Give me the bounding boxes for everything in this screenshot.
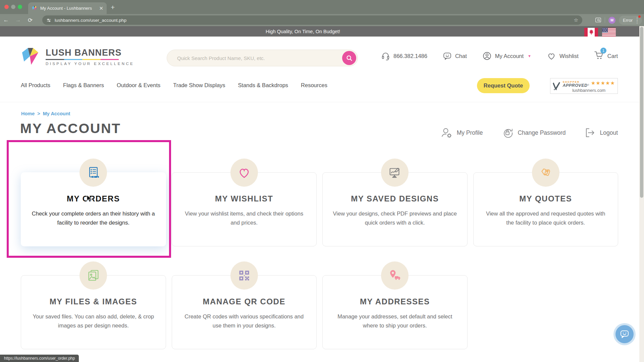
card-description: Manage your addresses, set default and s… (332, 312, 458, 330)
phone-number: 866.382.1486 (393, 53, 427, 59)
search-button[interactable] (342, 51, 356, 65)
nav-flags-banners[interactable]: Flags & Banners (63, 82, 104, 88)
window-zoom-button[interactable] (18, 5, 22, 9)
nav-trade-show-displays[interactable]: Trade Show Displays (173, 82, 225, 88)
my-profile-link[interactable]: My Profile (441, 127, 483, 138)
card-title: MY WISHLIST (181, 194, 307, 203)
card-title: MY ADDRESSES (332, 297, 458, 306)
card-description: View your designs, check PDF previews an… (332, 209, 458, 227)
sa-registered-mark: ® (588, 84, 589, 86)
chat-link[interactable]: Chat (443, 52, 467, 61)
page-title: MY ACCOUNT (20, 121, 121, 136)
main-nav: All Products Flags & Banners Outdoor & E… (0, 75, 644, 102)
live-chat-button[interactable] (613, 323, 636, 345)
site-logo[interactable]: LUSH BANNERS DISPLAY YOUR EXCELLENCE (21, 47, 134, 67)
cart-link[interactable]: 1 Cart (594, 51, 618, 61)
site-settings-icon[interactable] (46, 18, 51, 23)
chat-label: Chat (455, 53, 467, 59)
logo-tagline: DISPLAY YOUR EXCELLENCE (46, 62, 134, 66)
status-bar-url: https://lushbanners.com/user_order.php (0, 355, 79, 362)
card-my-addresses[interactable]: MY ADDRESSES Manage your addresses, set … (322, 275, 468, 349)
change-password-label: Change Password (518, 129, 566, 136)
promo-banner-text: High Quality, On Time, On Budget! (0, 26, 606, 37)
address-bar[interactable]: lushbanners.com/user_account.php ☆ (42, 15, 582, 25)
card-manage-qr-code[interactable]: MANAGE QR CODE Create QR codes with vari… (172, 275, 317, 349)
tab-title: My Account - Lushbanners (40, 6, 96, 11)
sa-approved-text: APPROVED (562, 83, 587, 88)
card-my-orders[interactable]: MY ORDERS Check your complete orders an … (21, 172, 166, 246)
promo-banner: High Quality, On Time, On Budget! (0, 26, 644, 37)
logout-label: Logout (600, 129, 618, 136)
forward-button[interactable]: → (12, 17, 24, 23)
qr-code-icon (230, 261, 258, 290)
usa-flag-icon[interactable] (602, 28, 616, 37)
window-close-button[interactable] (4, 5, 9, 9)
my-account-menu[interactable]: My Account ▼ (482, 51, 531, 61)
nav-all-products[interactable]: All Products (21, 82, 50, 88)
bookmark-star-icon[interactable]: ☆ (574, 17, 578, 23)
nav-resources[interactable]: Resources (301, 82, 327, 88)
images-icon (79, 261, 107, 290)
wishlist-link[interactable]: Wishlist (547, 51, 579, 61)
nav-stands-backdrops[interactable]: Stands & Backdrops (238, 82, 288, 88)
sync-error-label: Error (623, 18, 633, 23)
chevron-down-icon: ▼ (528, 54, 531, 58)
recording-indicator (638, 15, 641, 18)
request-quote-button[interactable]: Request Quote (477, 78, 530, 93)
headset-icon (381, 52, 390, 61)
card-title: MANAGE QR CODE (181, 297, 307, 306)
url-text[interactable]: lushbanners.com/user_account.php (55, 18, 571, 23)
window-minimize-button[interactable] (11, 5, 15, 9)
card-description: Your saved files. You can also add, dele… (31, 312, 156, 330)
browser-tab[interactable]: My Account - Lushbanners ✕ (28, 2, 107, 14)
logout-link[interactable]: Logout (584, 127, 618, 138)
breadcrumb: Home > My Account (21, 111, 70, 116)
card-title: MY QUOTES (483, 194, 609, 203)
sa-star-rating: ★★★★★ (591, 80, 615, 86)
breadcrumb-separator-icon: > (37, 111, 40, 116)
phone-link[interactable]: 866.382.1486 (381, 52, 427, 61)
account-icon (482, 51, 492, 61)
logo-color-bar (46, 59, 119, 60)
cart-label: Cart (607, 53, 618, 59)
card-description: Create QR codes with various specificati… (181, 312, 307, 330)
nav-outdoor-events[interactable]: Outdoor & Events (117, 82, 160, 88)
card-my-wishlist[interactable]: MY WISHLIST View your wishlist items, an… (172, 172, 317, 246)
monitor-pen-icon (381, 159, 409, 187)
profile-avatar[interactable]: M (608, 17, 615, 24)
page-scrollbar[interactable] (639, 26, 644, 362)
reload-button[interactable]: ⟳ (24, 17, 36, 24)
profile-gear-icon (441, 127, 453, 138)
heart-icon (230, 159, 258, 187)
tab-search-icon[interactable] (595, 17, 601, 23)
shopper-approved-badge[interactable]: SHOPPER APPROVED® ★★★★★ lushbanners.com (550, 78, 618, 94)
canada-flag-icon[interactable] (584, 28, 598, 37)
lushbanners-logo-mark (21, 47, 40, 67)
wishlist-label: Wishlist (559, 53, 579, 59)
card-my-saved-designs[interactable]: MY SAVED DESIGNS View your designs, chec… (322, 172, 468, 246)
kebab-menu-icon[interactable]: ⋮⋮ (635, 17, 639, 23)
site-header: LUSH BANNERS DISPLAY YOUR EXCELLENCE (0, 37, 644, 75)
tags-icon (532, 159, 559, 187)
scrollbar-thumb[interactable] (640, 27, 643, 198)
tab-close-icon[interactable]: ✕ (99, 5, 103, 11)
search-bar (167, 50, 358, 66)
search-input[interactable] (177, 55, 342, 61)
change-password-link[interactable]: Change Password (501, 127, 566, 139)
pin-truck-icon (381, 261, 409, 290)
sa-site-text: lushbanners.com (562, 88, 615, 93)
card-my-quotes[interactable]: MY QUOTES View all the approved and requ… (473, 172, 619, 246)
back-button[interactable]: ← (0, 17, 12, 23)
breadcrumb-current: My Account (43, 111, 70, 116)
new-tab-button[interactable]: + (111, 3, 115, 11)
account-cards-grid: MY ORDERS Check your complete orders an … (21, 172, 618, 349)
mouse-cursor (87, 195, 94, 203)
breadcrumb-home[interactable]: Home (21, 111, 35, 116)
card-my-files-images[interactable]: MY FILES & IMAGES Your saved files. You … (21, 275, 166, 349)
my-profile-label: My Profile (457, 129, 483, 136)
favicon-lushbanners (32, 5, 37, 11)
card-title: MY SAVED DESIGNS (332, 194, 458, 203)
search-icon (346, 55, 353, 61)
lock-refresh-icon (501, 127, 514, 139)
my-account-label: My Account (495, 53, 524, 59)
